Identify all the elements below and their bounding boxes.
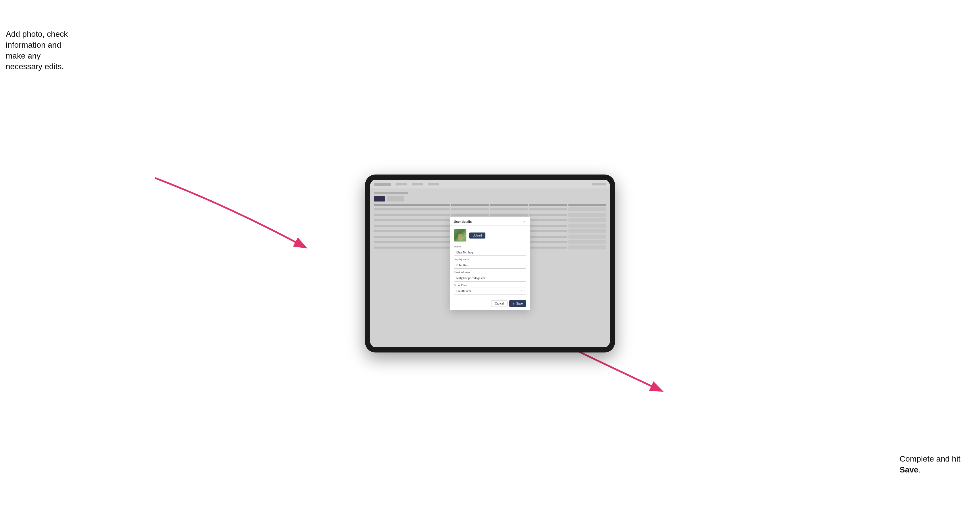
tablet-screen: User details × Upload Name <box>370 180 610 347</box>
modal-title: User details <box>454 220 472 223</box>
email-form-group: Email address <box>454 271 526 282</box>
display-name-form-group: Display name <box>454 258 526 269</box>
school-year-select-wrapper: × ⌄ <box>454 287 526 295</box>
tablet-frame: User details × Upload Name <box>365 175 615 352</box>
email-input[interactable] <box>454 275 526 282</box>
modal-close-button[interactable]: × <box>522 220 526 224</box>
save-button[interactable]: ⬆ Save <box>509 300 526 307</box>
modal-header: User details × <box>450 217 530 225</box>
chevron-down-icon[interactable]: ⌄ <box>523 290 525 292</box>
modal-footer: Cancel ⬆ Save <box>450 300 530 310</box>
display-name-label: Display name <box>454 258 526 261</box>
name-input[interactable] <box>454 249 526 256</box>
name-label: Name <box>454 245 526 248</box>
select-controls: × ⌄ <box>520 290 525 292</box>
cancel-button[interactable]: Cancel <box>491 300 508 307</box>
user-photo-thumbnail <box>454 229 466 242</box>
school-year-form-group: School Year × ⌄ <box>454 284 526 295</box>
annotation-left: Add photo, check information and make an… <box>6 29 68 72</box>
user-details-modal: User details × Upload Name <box>450 217 530 310</box>
name-form-group: Name <box>454 245 526 256</box>
select-clear-icon[interactable]: × <box>520 290 522 292</box>
modal-overlay: User details × Upload Name <box>370 180 610 347</box>
upload-photo-button[interactable]: Upload <box>469 232 485 238</box>
modal-body: Upload Name Display name <box>450 225 530 300</box>
school-year-label: School Year <box>454 284 526 287</box>
annotation-right: Complete and hit Save. <box>900 454 974 475</box>
email-label: Email address <box>454 271 526 274</box>
display-name-input[interactable] <box>454 262 526 269</box>
scene: Add photo, check information and make an… <box>0 0 980 527</box>
save-icon: ⬆ <box>513 302 515 305</box>
school-year-input[interactable] <box>454 287 526 295</box>
photo-section: Upload <box>454 229 526 242</box>
